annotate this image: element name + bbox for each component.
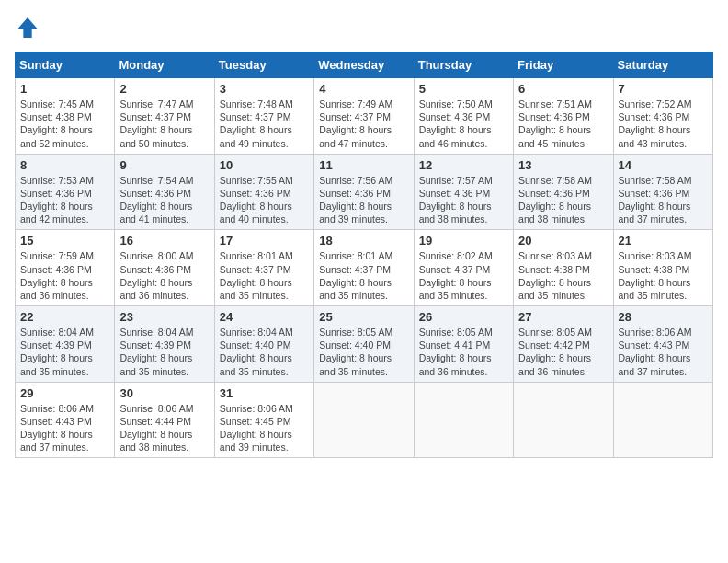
- day-info: Sunrise: 8:05 AMSunset: 4:40 PMDaylight:…: [319, 326, 408, 378]
- day-info: Sunrise: 8:06 AMSunset: 4:43 PMDaylight:…: [20, 402, 109, 454]
- day-number: 2: [119, 82, 209, 96]
- day-number: 21: [619, 234, 708, 247]
- calendar-cell: 22Sunrise: 8:04 AMSunset: 4:39 PMDayligh…: [16, 306, 115, 383]
- week-row-2: 8Sunrise: 7:53 AMSunset: 4:36 PMDaylight…: [16, 154, 713, 230]
- day-number: 27: [518, 310, 608, 324]
- day-number: 6: [518, 82, 608, 96]
- day-number: 25: [319, 310, 408, 324]
- calendar-cell: 8Sunrise: 7:53 AMSunset: 4:36 PMDaylight…: [16, 154, 115, 230]
- day-number: 7: [619, 82, 708, 96]
- day-info: Sunrise: 8:06 AMSunset: 4:44 PMDaylight:…: [119, 402, 209, 454]
- header-monday: Monday: [115, 52, 214, 78]
- day-number: 15: [20, 234, 109, 247]
- day-info: Sunrise: 7:52 AMSunset: 4:36 PMDaylight:…: [619, 98, 708, 150]
- day-number: 23: [119, 310, 209, 324]
- week-row-3: 15Sunrise: 7:59 AMSunset: 4:36 PMDayligh…: [16, 230, 713, 306]
- day-info: Sunrise: 8:03 AMSunset: 4:38 PMDaylight:…: [619, 249, 708, 302]
- day-info: Sunrise: 7:53 AMSunset: 4:36 PMDaylight:…: [20, 174, 109, 226]
- calendar-cell: 14Sunrise: 7:58 AMSunset: 4:36 PMDayligh…: [613, 154, 712, 230]
- day-number: 13: [518, 158, 608, 172]
- calendar-cell: 29Sunrise: 8:06 AMSunset: 4:43 PMDayligh…: [16, 382, 115, 458]
- page-header: [15, 15, 713, 40]
- day-number: 16: [119, 234, 209, 247]
- calendar-cell: 6Sunrise: 7:51 AMSunset: 4:36 PMDaylight…: [514, 78, 613, 155]
- day-number: 18: [319, 234, 408, 247]
- day-info: Sunrise: 8:05 AMSunset: 4:42 PMDaylight:…: [518, 326, 608, 378]
- day-number: 9: [119, 158, 209, 172]
- day-info: Sunrise: 7:59 AMSunset: 4:36 PMDaylight:…: [20, 249, 109, 302]
- day-info: Sunrise: 7:49 AMSunset: 4:37 PMDaylight:…: [319, 98, 408, 150]
- calendar-cell: [514, 382, 613, 458]
- header-saturday: Saturday: [613, 52, 712, 78]
- calendar-cell: 18Sunrise: 8:01 AMSunset: 4:37 PMDayligh…: [314, 230, 414, 306]
- day-number: 17: [220, 234, 309, 247]
- calendar-cell: 7Sunrise: 7:52 AMSunset: 4:36 PMDaylight…: [613, 78, 712, 155]
- day-number: 24: [220, 310, 309, 324]
- day-info: Sunrise: 8:00 AMSunset: 4:36 PMDaylight:…: [119, 249, 209, 302]
- calendar-cell: 28Sunrise: 8:06 AMSunset: 4:43 PMDayligh…: [613, 306, 712, 383]
- calendar-body: 1Sunrise: 7:45 AMSunset: 4:38 PMDaylight…: [16, 78, 713, 458]
- calendar-cell: 2Sunrise: 7:47 AMSunset: 4:37 PMDaylight…: [115, 78, 214, 155]
- header-sunday: Sunday: [16, 52, 115, 78]
- day-number: 10: [220, 158, 309, 172]
- calendar-cell: 26Sunrise: 8:05 AMSunset: 4:41 PMDayligh…: [414, 306, 513, 383]
- calendar-cell: 10Sunrise: 7:55 AMSunset: 4:36 PMDayligh…: [214, 154, 313, 230]
- calendar-cell: 11Sunrise: 7:56 AMSunset: 4:36 PMDayligh…: [314, 154, 414, 230]
- day-info: Sunrise: 8:06 AMSunset: 4:45 PMDaylight:…: [220, 402, 309, 454]
- day-number: 14: [619, 158, 708, 172]
- day-info: Sunrise: 7:56 AMSunset: 4:36 PMDaylight:…: [319, 174, 408, 226]
- day-info: Sunrise: 7:55 AMSunset: 4:36 PMDaylight:…: [220, 174, 309, 226]
- day-info: Sunrise: 8:02 AMSunset: 4:37 PMDaylight:…: [419, 249, 508, 302]
- day-number: 30: [119, 386, 209, 400]
- week-row-4: 22Sunrise: 8:04 AMSunset: 4:39 PMDayligh…: [16, 306, 713, 383]
- header-tuesday: Tuesday: [214, 52, 313, 78]
- calendar-cell: [314, 382, 414, 458]
- day-info: Sunrise: 7:57 AMSunset: 4:36 PMDaylight:…: [419, 174, 508, 226]
- day-info: Sunrise: 8:01 AMSunset: 4:37 PMDaylight:…: [220, 249, 309, 302]
- calendar-header: SundayMondayTuesdayWednesdayThursdayFrid…: [16, 52, 713, 78]
- calendar-cell: 19Sunrise: 8:02 AMSunset: 4:37 PMDayligh…: [414, 230, 513, 306]
- calendar-cell: 30Sunrise: 8:06 AMSunset: 4:44 PMDayligh…: [115, 382, 214, 458]
- day-number: 31: [220, 386, 309, 400]
- day-number: 28: [619, 310, 708, 324]
- calendar-cell: 1Sunrise: 7:45 AMSunset: 4:38 PMDaylight…: [16, 78, 115, 155]
- calendar-cell: 16Sunrise: 8:00 AMSunset: 4:36 PMDayligh…: [115, 230, 214, 306]
- calendar-cell: 31Sunrise: 8:06 AMSunset: 4:45 PMDayligh…: [214, 382, 313, 458]
- calendar-cell: 13Sunrise: 7:58 AMSunset: 4:36 PMDayligh…: [514, 154, 613, 230]
- header-friday: Friday: [514, 52, 613, 78]
- day-info: Sunrise: 7:51 AMSunset: 4:36 PMDaylight:…: [518, 98, 608, 150]
- day-number: 20: [518, 234, 608, 247]
- calendar-cell: 17Sunrise: 8:01 AMSunset: 4:37 PMDayligh…: [214, 230, 313, 306]
- day-number: 22: [20, 310, 109, 324]
- day-info: Sunrise: 8:04 AMSunset: 4:40 PMDaylight:…: [220, 326, 309, 378]
- calendar-cell: [414, 382, 513, 458]
- calendar-cell: 23Sunrise: 8:04 AMSunset: 4:39 PMDayligh…: [115, 306, 214, 383]
- logo: [15, 15, 44, 40]
- day-info: Sunrise: 7:48 AMSunset: 4:37 PMDaylight:…: [220, 98, 309, 150]
- header-wednesday: Wednesday: [314, 52, 414, 78]
- day-info: Sunrise: 8:01 AMSunset: 4:37 PMDaylight:…: [319, 249, 408, 302]
- day-number: 1: [20, 82, 109, 96]
- day-info: Sunrise: 7:54 AMSunset: 4:36 PMDaylight:…: [119, 174, 209, 226]
- day-number: 8: [20, 158, 109, 172]
- day-info: Sunrise: 7:50 AMSunset: 4:36 PMDaylight:…: [419, 98, 508, 150]
- calendar-cell: 21Sunrise: 8:03 AMSunset: 4:38 PMDayligh…: [613, 230, 712, 306]
- calendar-cell: 3Sunrise: 7:48 AMSunset: 4:37 PMDaylight…: [214, 78, 313, 155]
- calendar-cell: 24Sunrise: 8:04 AMSunset: 4:40 PMDayligh…: [214, 306, 313, 383]
- day-number: 3: [220, 82, 309, 96]
- week-row-5: 29Sunrise: 8:06 AMSunset: 4:43 PMDayligh…: [16, 382, 713, 458]
- day-number: 4: [319, 82, 408, 96]
- calendar-cell: 20Sunrise: 8:03 AMSunset: 4:38 PMDayligh…: [514, 230, 613, 306]
- calendar-cell: 12Sunrise: 7:57 AMSunset: 4:36 PMDayligh…: [414, 154, 513, 230]
- day-info: Sunrise: 7:47 AMSunset: 4:37 PMDaylight:…: [119, 98, 209, 150]
- day-info: Sunrise: 8:03 AMSunset: 4:38 PMDaylight:…: [518, 249, 608, 302]
- calendar-table: SundayMondayTuesdayWednesdayThursdayFrid…: [15, 52, 713, 458]
- calendar-cell: 15Sunrise: 7:59 AMSunset: 4:36 PMDayligh…: [16, 230, 115, 306]
- calendar-cell: [613, 382, 712, 458]
- day-number: 11: [319, 158, 408, 172]
- calendar-cell: 25Sunrise: 8:05 AMSunset: 4:40 PMDayligh…: [314, 306, 414, 383]
- logo-icon: [15, 15, 40, 40]
- day-info: Sunrise: 8:05 AMSunset: 4:41 PMDaylight:…: [419, 326, 508, 378]
- day-info: Sunrise: 7:58 AMSunset: 4:36 PMDaylight:…: [619, 174, 708, 226]
- day-number: 26: [419, 310, 508, 324]
